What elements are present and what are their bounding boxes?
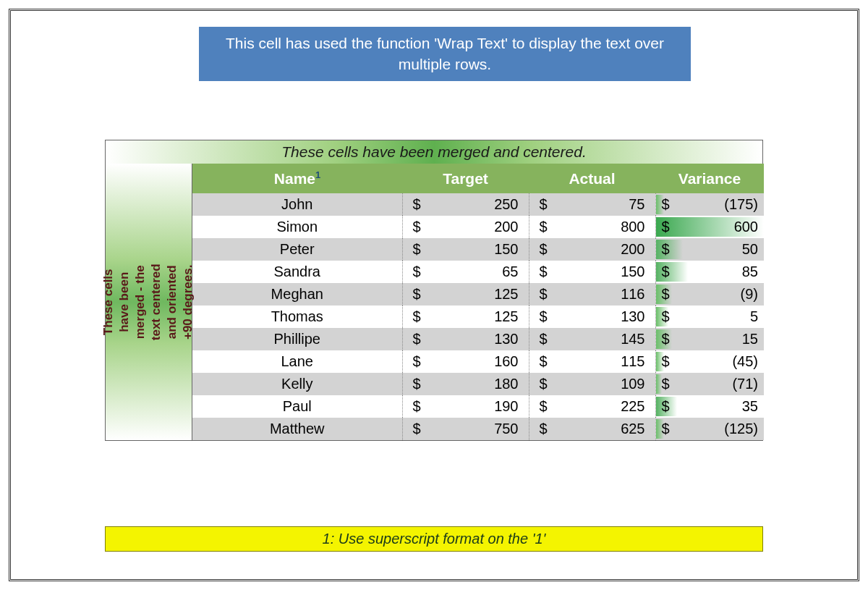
cell-name: Sandra	[192, 261, 402, 283]
merge-and-center-title: These cells have been merged and centere…	[105, 140, 763, 164]
cell-actual: $115	[529, 350, 655, 373]
target-value: 750	[494, 421, 518, 437]
currency-symbol: $	[413, 264, 421, 280]
cell-target: $130	[402, 328, 529, 350]
cell-actual: $109	[529, 373, 655, 395]
cell-name: Phillipe	[192, 328, 402, 350]
wrap-text-callout-text: This cell has used the function 'Wrap Te…	[226, 35, 664, 72]
currency-symbol: $	[540, 353, 548, 370]
currency-symbol: $	[540, 241, 548, 258]
cell-variance: $(175)	[655, 193, 764, 216]
cell-actual: $130	[529, 305, 655, 328]
currency-symbol: $	[540, 196, 548, 213]
cell-actual: $625	[529, 418, 655, 440]
cell-actual: $116	[529, 283, 655, 305]
table-header-row: Name1 Target Actual Variance	[192, 164, 764, 193]
actual-value: 145	[621, 331, 644, 347]
variance-value: (9)	[741, 286, 758, 303]
target-value: 125	[494, 308, 518, 325]
currency-symbol: $	[413, 219, 421, 235]
cell-name: John	[192, 193, 402, 216]
cell-name: Thomas	[192, 305, 402, 328]
actual-value: 109	[621, 376, 644, 392]
target-value: 150	[494, 241, 518, 258]
cell-variance: $(45)	[655, 350, 764, 373]
cell-actual: $75	[529, 193, 655, 216]
target-value: 180	[494, 376, 518, 392]
cell-variance: $(9)	[655, 283, 764, 305]
cell-target: $150	[402, 238, 529, 261]
main-table-container: These cells have been merged and centere…	[105, 140, 763, 441]
actual-value: 625	[621, 421, 644, 437]
currency-symbol: $	[413, 286, 421, 303]
cell-target: $65	[402, 261, 529, 283]
currency-symbol: $	[413, 398, 421, 415]
cell-actual: $200	[529, 238, 655, 261]
actual-value: 115	[621, 353, 644, 370]
cell-actual: $800	[529, 216, 655, 238]
vertical-merged-cell: These cells have been merged - the text …	[106, 164, 192, 440]
cell-name: Peter	[192, 238, 402, 261]
currency-symbol: $	[413, 376, 421, 392]
cell-variance: $35	[655, 395, 764, 418]
cell-variance: $85	[655, 261, 764, 283]
currency-symbol: $	[540, 219, 548, 235]
variance-value: (71)	[732, 376, 758, 392]
cell-target: $180	[402, 373, 529, 395]
table-row: Lane$160$115$(45)	[192, 350, 764, 373]
currency-symbol: $	[413, 331, 421, 347]
wrap-text-callout: This cell has used the function 'Wrap Te…	[199, 27, 691, 81]
table-grid: These cells have been merged - the text …	[105, 164, 763, 441]
currency-symbol: $	[413, 353, 421, 370]
currency-symbol: $	[540, 421, 548, 437]
table-row: Sandra$65$150$85	[192, 261, 764, 283]
table-row: Simon$200$800$600	[192, 216, 764, 238]
currency-symbol: $	[662, 286, 670, 303]
col-header-target: Target	[402, 164, 529, 193]
currency-symbol: $	[540, 264, 548, 280]
cell-actual: $225	[529, 395, 655, 418]
actual-value: 116	[621, 286, 644, 303]
currency-symbol: $	[413, 196, 421, 213]
cell-name: Paul	[192, 395, 402, 418]
variance-value: 5	[750, 308, 758, 325]
header-name-text: Name	[274, 170, 315, 187]
actual-value: 200	[621, 241, 644, 258]
table-row: Thomas$125$130$5	[192, 305, 764, 328]
currency-symbol: $	[540, 286, 548, 303]
variance-value: 85	[742, 264, 758, 280]
cell-actual: $150	[529, 261, 655, 283]
variance-value: 600	[734, 219, 758, 235]
cell-name: Matthew	[192, 418, 402, 440]
cell-name: Kelly	[192, 373, 402, 395]
actual-value: 150	[621, 264, 644, 280]
table-row: Peter$150$200$50	[192, 238, 764, 261]
table-row: Matthew$750$625$(125)	[192, 418, 764, 440]
cell-variance: $50	[655, 238, 764, 261]
currency-symbol: $	[540, 308, 548, 325]
data-table: Name1 Target Actual Variance John$250$75…	[192, 164, 764, 440]
currency-symbol: $	[662, 308, 670, 325]
footnote-bar: 1: Use superscript format on the '1'	[105, 526, 763, 552]
currency-symbol: $	[662, 331, 670, 347]
variance-value: 15	[742, 331, 758, 347]
target-value: 130	[494, 331, 518, 347]
cell-target: $125	[402, 305, 529, 328]
actual-value: 800	[621, 219, 644, 235]
target-value: 200	[494, 219, 518, 235]
cell-variance: $600	[655, 216, 764, 238]
merge-title-text: These cells have been merged and centere…	[281, 143, 586, 160]
footnote-text: 1: Use superscript format on the '1'	[323, 531, 546, 547]
col-header-variance: Variance	[655, 164, 764, 193]
currency-symbol: $	[413, 241, 421, 258]
actual-value: 225	[621, 398, 644, 415]
cell-name: Lane	[192, 350, 402, 373]
currency-symbol: $	[662, 196, 670, 213]
currency-symbol: $	[413, 308, 421, 325]
table-row: Phillipe$130$145$15	[192, 328, 764, 350]
cell-name: Simon	[192, 216, 402, 238]
target-value: 160	[494, 353, 518, 370]
vertical-cell-text: These cells have been merged - the text …	[101, 259, 197, 345]
table-row: John$250$75$(175)	[192, 193, 764, 216]
currency-symbol: $	[662, 219, 670, 235]
